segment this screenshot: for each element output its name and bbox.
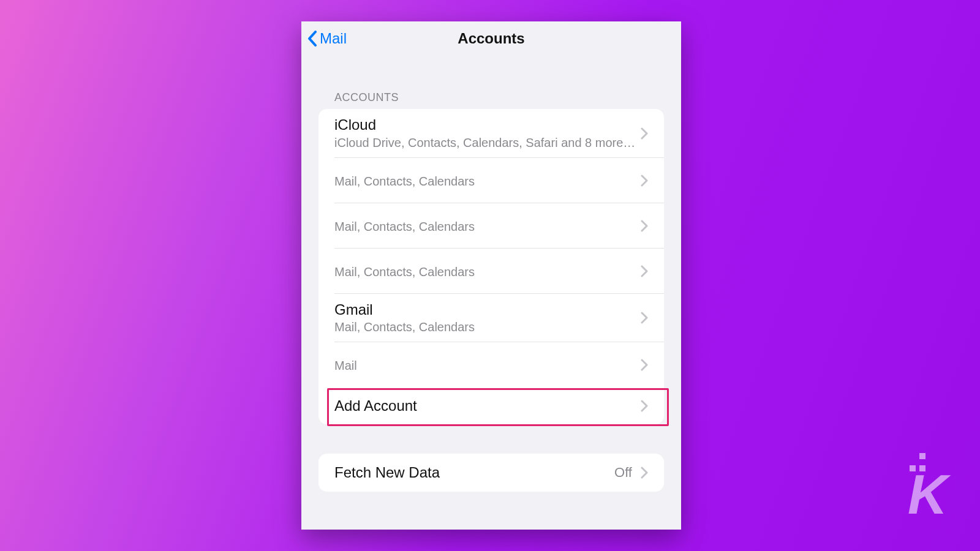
page-title: Accounts	[301, 30, 681, 47]
chevron-right-icon	[641, 127, 648, 140]
account-subtitle: Mail, Contacts, Calendars	[334, 319, 636, 335]
chevron-right-icon	[641, 174, 648, 187]
chevron-right-icon	[641, 359, 648, 371]
back-button[interactable]: Mail	[307, 30, 347, 47]
account-row[interactable]: Mail	[318, 342, 664, 388]
add-account-button[interactable]: Add Account	[318, 388, 664, 424]
chevron-right-icon	[641, 312, 648, 324]
account-title: Gmail	[334, 301, 636, 318]
chevron-right-icon	[641, 467, 648, 479]
fetch-new-data-button[interactable]: Fetch New Data Off	[318, 454, 664, 492]
fetch-group: Fetch New Data Off	[318, 454, 664, 492]
account-title: iCloud	[334, 116, 636, 133]
watermark-logo: K	[908, 451, 958, 514]
account-row[interactable]: Mail, Contacts, Calendars	[318, 203, 664, 249]
chevron-right-icon	[641, 265, 648, 277]
chevron-right-icon	[641, 400, 648, 412]
account-subtitle: Mail, Contacts, Calendars	[334, 173, 636, 189]
back-label: Mail	[320, 30, 347, 47]
section-header-accounts: ACCOUNTS	[334, 91, 681, 104]
settings-panel: Mail Accounts ACCOUNTS iCloud iCloud Dri…	[301, 21, 681, 530]
nav-bar: Mail Accounts	[301, 21, 681, 56]
account-row-icloud[interactable]: iCloud iCloud Drive, Contacts, Calendars…	[318, 109, 664, 158]
account-row-gmail[interactable]: Gmail Mail, Contacts, Calendars	[318, 294, 664, 343]
account-subtitle: Mail, Contacts, Calendars	[334, 219, 636, 234]
fetch-value: Off	[614, 465, 632, 481]
accounts-group: iCloud iCloud Drive, Contacts, Calendars…	[318, 109, 664, 424]
account-row[interactable]: Mail, Contacts, Calendars	[318, 158, 664, 203]
account-subtitle: Mail, Contacts, Calendars	[334, 264, 636, 280]
account-row[interactable]: Mail, Contacts, Calendars	[318, 249, 664, 294]
chevron-right-icon	[641, 220, 648, 232]
chevron-left-icon	[307, 31, 317, 47]
add-account-label: Add Account	[334, 397, 636, 414]
account-subtitle: Mail	[334, 358, 636, 373]
account-subtitle: iCloud Drive, Contacts, Calendars, Safar…	[334, 135, 636, 151]
fetch-label: Fetch New Data	[334, 464, 614, 481]
